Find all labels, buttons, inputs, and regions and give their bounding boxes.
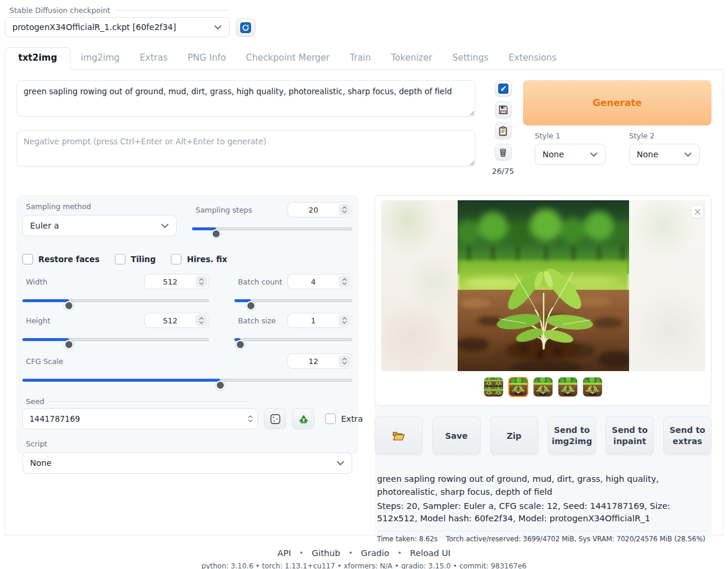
stepper-arrows[interactable]	[196, 276, 207, 287]
dice-icon	[270, 413, 281, 425]
hires-fix-checkbox[interactable]: Hires. fix	[171, 254, 227, 264]
clear-prompt-button[interactable]	[495, 144, 512, 161]
batch-count-input[interactable]	[287, 274, 352, 289]
folder-icon	[392, 431, 405, 441]
save-style-button[interactable]	[495, 101, 512, 118]
cfg-scale-value[interactable]	[288, 354, 339, 368]
stepper-arrows[interactable]	[339, 276, 350, 287]
tab-checkpoint-merger[interactable]: Checkpoint Merger	[236, 48, 340, 69]
send-to-extras-button[interactable]: Send to extras	[663, 416, 712, 455]
extra-seed-checkbox[interactable]: Extra	[325, 413, 363, 424]
zip-button[interactable]: Zip	[490, 416, 538, 455]
seed-input[interactable]	[22, 408, 258, 429]
github-link[interactable]: Github	[312, 548, 340, 558]
stepper-arrows[interactable]	[339, 315, 350, 326]
cfg-scale-input[interactable]	[287, 353, 352, 369]
height-input[interactable]	[144, 313, 209, 328]
negative-prompt-textarea[interactable]	[16, 130, 475, 167]
save-button[interactable]: Save	[432, 416, 481, 455]
slider-thumb[interactable]	[216, 381, 225, 390]
apply-style-button[interactable]	[495, 123, 512, 140]
tab-train[interactable]: Train	[340, 48, 381, 69]
sampling-method-select[interactable]: Euler a	[22, 215, 177, 236]
height-value[interactable]	[145, 313, 196, 327]
stepper-arrows[interactable]	[339, 355, 350, 367]
stepper-arrows[interactable]	[196, 315, 207, 326]
sampling-method-group: Sampling method Euler a	[22, 202, 177, 236]
tab-tokenizer[interactable]: Tokenizer	[381, 48, 442, 69]
stepper-arrows[interactable]	[244, 410, 256, 428]
info-prompt-text: green sapling rowing out of ground, mud,…	[377, 473, 709, 499]
thumbnail[interactable]	[558, 377, 578, 397]
thumbnail[interactable]	[533, 377, 553, 397]
sampling-steps-input[interactable]	[287, 202, 352, 217]
batch-count-value[interactable]	[288, 274, 339, 289]
checkbox[interactable]	[115, 254, 125, 264]
api-link[interactable]: API	[277, 548, 291, 558]
checkbox[interactable]	[22, 254, 33, 264]
batch-count-slider[interactable]	[234, 296, 352, 305]
batch-size-input[interactable]	[287, 313, 352, 328]
generated-image[interactable]	[458, 200, 629, 371]
random-seed-button[interactable]	[264, 408, 286, 429]
slider-thumb[interactable]	[236, 340, 245, 349]
close-gallery-button[interactable]	[691, 205, 704, 218]
tab-extras[interactable]: Extras	[130, 48, 177, 69]
tab-txt2img[interactable]: txt2img	[5, 47, 71, 70]
reload-ui-link[interactable]: Reload UI	[410, 548, 451, 558]
style1-value: None	[542, 150, 564, 159]
style2-select[interactable]: None	[629, 144, 700, 165]
gallery-blur-right	[629, 200, 706, 371]
stepper-arrows[interactable]	[339, 204, 350, 216]
slider-thumb[interactable]	[64, 340, 74, 349]
gradio-link[interactable]: Gradio	[361, 548, 389, 558]
thumbnail-grid[interactable]	[484, 377, 504, 397]
open-folder-button[interactable]	[375, 416, 423, 455]
sampling-steps-slider[interactable]	[192, 224, 352, 233]
seed-value[interactable]	[23, 409, 244, 429]
prompt-textarea[interactable]: green sapling rowing out of ground, mud,…	[16, 80, 475, 117]
checkbox[interactable]	[325, 413, 336, 424]
tab-img2img[interactable]: img2img	[71, 48, 130, 69]
paste-generation-params-button[interactable]	[495, 80, 512, 97]
chevron-up-icon	[342, 317, 347, 320]
chevron-down-icon	[342, 362, 347, 365]
checkbox[interactable]	[171, 254, 181, 264]
style1-select[interactable]: None	[535, 144, 605, 165]
generate-button[interactable]: Generate	[523, 80, 712, 125]
refresh-checkpoint-button[interactable]	[236, 18, 256, 37]
sampling-steps-value[interactable]	[288, 203, 339, 217]
width-slider[interactable]	[22, 296, 209, 305]
send-to-inpaint-button[interactable]: Send to inpaint	[605, 416, 654, 455]
send-to-img2img-button[interactable]: Send to img2img	[548, 416, 597, 455]
info-params-text: Steps: 20, Sampler: Euler a, CFG scale: …	[377, 500, 709, 526]
slider-thumb[interactable]	[246, 301, 256, 310]
tab-settings[interactable]: Settings	[442, 48, 499, 69]
sampling-method-value: Euler a	[30, 221, 59, 230]
width-value[interactable]	[145, 274, 196, 289]
generate-column: Generate Style 1 None Style 2 None	[523, 80, 712, 176]
thumbnail-selected[interactable]	[508, 377, 528, 397]
output-panel: Save Zip Send to img2img Send to inpaint…	[375, 195, 712, 540]
bullet-separator: •	[398, 549, 402, 557]
slider-thumb[interactable]	[64, 301, 74, 310]
reuse-seed-button[interactable]	[292, 408, 315, 429]
restore-faces-checkbox[interactable]: Restore faces	[22, 254, 100, 264]
thumbnail[interactable]	[583, 377, 603, 397]
checkpoint-select[interactable]: protogenX34OfficialR_1.ckpt [60fe2f34]	[5, 17, 230, 37]
cfg-scale-slider[interactable]	[22, 375, 352, 385]
label-divider-line	[115, 10, 230, 11]
tab-png-info[interactable]: PNG Info	[178, 48, 236, 69]
width-input[interactable]	[144, 274, 209, 289]
slider-thumb[interactable]	[211, 229, 221, 239]
chevron-down-icon	[590, 152, 598, 157]
gallery-thumbnails	[381, 377, 705, 397]
clipboard-icon	[498, 126, 508, 136]
script-select[interactable]: None	[22, 452, 352, 474]
batch-size-value[interactable]	[288, 313, 339, 327]
batch-size-slider[interactable]	[234, 335, 352, 344]
chevron-up-icon	[342, 358, 347, 360]
tiling-checkbox[interactable]: Tiling	[115, 254, 155, 264]
height-slider[interactable]	[22, 335, 209, 344]
tab-extensions[interactable]: Extensions	[498, 48, 566, 69]
